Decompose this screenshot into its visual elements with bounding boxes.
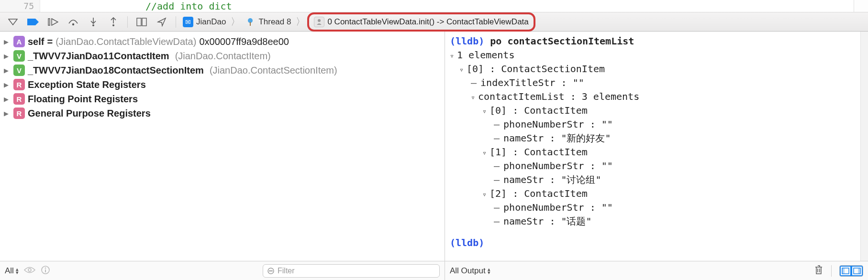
console-line: nameStr : "讨论组" <box>450 173 856 187</box>
disclosure-triangle-icon[interactable]: ▶ <box>4 81 11 88</box>
variable-row[interactable]: ▶V_TWVV7JianDao11ContactItem (JianDao.Co… <box>2 49 443 63</box>
variable-type: (JianDao.ContactTableViewData) <box>56 36 196 47</box>
disclosure-triangle-icon[interactable]: ▶ <box>4 53 11 60</box>
variable-value: 0x00007ff9a9d8ee00 <box>199 36 289 47</box>
variables-filter-input[interactable]: Filter <box>263 264 440 278</box>
variables-panel[interactable]: ▶Aself = (JianDao.ContactTableViewData) … <box>0 32 445 261</box>
svg-rect-18 <box>858 268 860 274</box>
simulate-location-button[interactable] <box>153 15 171 29</box>
step-into-button[interactable] <box>84 15 102 29</box>
toolbar-separator <box>831 265 832 277</box>
console-line: nameStr : "话题" <box>450 215 856 228</box>
variables-scope-popup[interactable]: All ▴▾ <box>5 266 19 276</box>
svg-point-8 <box>318 19 321 22</box>
console-line: phoneNumberStr : "" <box>450 159 856 173</box>
console-line: phoneNumberStr : "" <box>450 201 856 215</box>
variable-row[interactable]: ▶V_TWVV7JianDao18ContactSectionItem (Jia… <box>2 63 443 77</box>
variable-row[interactable]: ▶RGeneral Purpose Registers <box>2 106 443 120</box>
variable-row[interactable]: ▶RFloating Point Registers <box>2 92 443 106</box>
variable-name: Floating Point Registers <box>28 94 138 105</box>
chevron-right-icon: 〉 <box>230 15 241 28</box>
debug-toolbar: ✉ JianDao 〉 Thread 8 〉 0 ContactTableVie… <box>0 12 868 32</box>
svg-point-9 <box>28 269 31 271</box>
console-bottom-bar: All Output ▴▾ <box>445 261 868 280</box>
svg-rect-7 <box>250 22 251 26</box>
thread-icon <box>245 17 256 27</box>
lldb-prompt: (lldb) <box>450 237 484 248</box>
variables-bottom-bar: All ▴▾ Filter <box>0 261 445 280</box>
continue-button[interactable] <box>44 15 62 29</box>
svg-point-3 <box>112 24 114 26</box>
svg-point-11 <box>45 267 46 269</box>
disclosure-triangle-icon[interactable]: ▶ <box>4 110 11 117</box>
console-line: [1] : ContactItem <box>450 145 856 159</box>
filter-placeholder: Filter <box>278 267 295 275</box>
left-panel-toggle-icon[interactable] <box>840 266 851 276</box>
console-scrollbar[interactable] <box>860 32 868 261</box>
svg-rect-5 <box>142 18 146 26</box>
trash-icon[interactable] <box>814 265 823 277</box>
breadcrumb-frame-highlighted[interactable]: 0 ContactTableViewData.init() -> Contact… <box>307 12 535 32</box>
step-out-button[interactable] <box>104 15 122 29</box>
info-icon[interactable] <box>41 265 50 277</box>
step-over-button[interactable] <box>64 15 82 29</box>
console-line: phoneNumberStr : "" <box>450 118 856 131</box>
console-output-popup[interactable]: All Output ▴▾ <box>450 266 490 276</box>
right-panel-toggle-icon[interactable] <box>851 266 863 276</box>
editor-right-gutter <box>854 0 868 12</box>
variable-row[interactable]: ▶RException State Registers <box>2 77 443 92</box>
panel-toggle[interactable] <box>839 265 863 277</box>
variable-type: (JianDao.ContactSectionItem) <box>210 65 337 76</box>
toggle-debug-area-button[interactable] <box>4 15 22 29</box>
toolbar-separator <box>176 16 176 28</box>
app-icon: ✉ <box>183 17 193 27</box>
variable-name: General Purpose Registers <box>28 108 151 119</box>
chevron-right-icon: 〉 <box>295 15 306 28</box>
view-debugger-button[interactable] <box>133 15 151 29</box>
variable-kind-icon: V <box>13 65 25 76</box>
disclosure-triangle-icon[interactable]: ▶ <box>4 96 11 103</box>
variable-name: self <box>28 36 44 47</box>
variable-row[interactable]: ▶Aself = (JianDao.ContactTableViewData) … <box>2 34 443 49</box>
console-line: [0] : ContactSectionItem <box>450 62 856 76</box>
filter-icon <box>267 267 275 275</box>
variable-name: _TWVV7JianDao11ContactItem <box>28 51 169 62</box>
console-line: indexTitleStr : "" <box>450 76 856 90</box>
svg-rect-12 <box>45 269 46 272</box>
breadcrumb-frame-label: 0 ContactTableViewData.init() -> Contact… <box>327 17 528 27</box>
lldb-command: po contactSectionItemList <box>490 35 634 47</box>
toolbar-separator <box>127 16 128 28</box>
variable-kind-icon: R <box>13 93 25 105</box>
svg-rect-16 <box>842 268 845 274</box>
code-comment: //add into dict <box>40 0 232 12</box>
svg-point-1 <box>72 23 74 25</box>
line-number: 75 <box>0 0 40 12</box>
console-line: [2] : ContactItem <box>450 187 856 201</box>
svg-rect-0 <box>48 19 50 25</box>
variable-kind-icon: A <box>13 36 25 47</box>
console-line: contactItemList : 3 elements <box>450 90 856 104</box>
variable-type: (JianDao.ContactItem) <box>175 51 271 62</box>
toggle-breakpoints-button[interactable] <box>24 15 42 29</box>
variable-kind-icon: R <box>13 108 25 119</box>
svg-rect-14 <box>269 270 273 271</box>
svg-rect-4 <box>137 18 141 26</box>
variable-kind-icon: R <box>13 79 25 90</box>
disclosure-triangle-icon[interactable]: ▶ <box>4 38 11 45</box>
breadcrumb-app-label: JianDao <box>196 17 226 27</box>
variable-kind-icon: V <box>13 50 25 62</box>
editor-line-strip: 75 //add into dict <box>0 0 868 12</box>
disclosure-triangle-icon[interactable]: ▶ <box>4 67 11 74</box>
breadcrumb-thread[interactable]: Thread 8 <box>243 16 293 28</box>
console-line: [0] : ContactItem <box>450 104 856 118</box>
variable-name: _TWVV7JianDao18ContactSectionItem <box>28 65 204 76</box>
quicklook-icon[interactable] <box>23 266 36 276</box>
stackframe-icon <box>314 17 324 27</box>
breadcrumb-app[interactable]: ✉ JianDao <box>181 16 228 28</box>
console-line: nameStr : "新的好友" <box>450 131 856 145</box>
console-line: 1 elements <box>450 48 856 62</box>
lldb-prompt: (lldb) <box>450 35 484 47</box>
variable-name: Exception State Registers <box>28 79 146 90</box>
console-panel[interactable]: (lldb) po contactSectionItemList 1 eleme… <box>445 32 860 261</box>
svg-point-2 <box>92 24 94 26</box>
